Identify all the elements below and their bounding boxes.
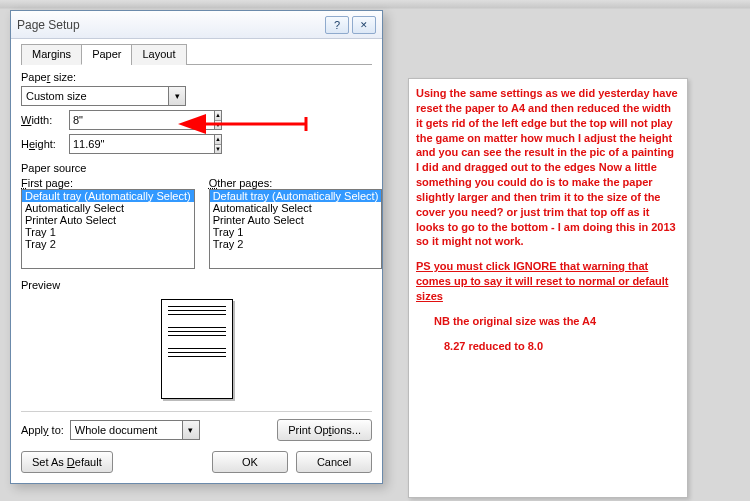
height-spin-buttons[interactable]: ▲▼: [215, 134, 222, 154]
list-item[interactable]: Automatically Select: [210, 202, 382, 214]
print-options-button[interactable]: Print Options...: [277, 419, 372, 441]
list-item[interactable]: Tray 1: [22, 226, 194, 238]
tab-margins[interactable]: Margins: [21, 44, 82, 65]
paper-size-combo[interactable]: Custom size: [21, 86, 186, 106]
width-input[interactable]: [69, 110, 215, 130]
paper-size-label: Paper size:: [21, 71, 372, 83]
tab-strip: Margins Paper Layout: [21, 43, 372, 65]
width-spinner[interactable]: ▲▼: [69, 110, 164, 130]
other-pages-label: Other pages:: [209, 177, 383, 189]
list-item[interactable]: Default tray (Automatically Select): [210, 190, 382, 202]
apply-to-label: Apply to:: [21, 424, 64, 436]
paper-source-label: Paper source: [21, 162, 372, 174]
chevron-down-icon[interactable]: [169, 86, 186, 106]
note-nb1: NB the original size was the A4: [416, 314, 680, 329]
chevron-down-icon[interactable]: [183, 420, 200, 440]
list-item[interactable]: Automatically Select: [22, 202, 194, 214]
tab-layout[interactable]: Layout: [131, 44, 186, 65]
page-setup-dialog: Page Setup Margins Paper Layout Paper si…: [10, 10, 383, 484]
note-body: Using the same settings as we did yester…: [416, 86, 680, 249]
first-page-label: First page:: [21, 177, 195, 189]
height-input[interactable]: [69, 134, 215, 154]
other-pages-listbox[interactable]: Default tray (Automatically Select) Auto…: [209, 189, 383, 269]
cancel-button[interactable]: Cancel: [296, 451, 372, 473]
close-button[interactable]: [352, 16, 376, 34]
apply-to-select[interactable]: Whole document: [70, 420, 183, 440]
set-as-default-button[interactable]: Set As Default: [21, 451, 113, 473]
preview-label: Preview: [21, 279, 372, 291]
note-nb2: 8.27 reduced to 8.0: [416, 339, 680, 354]
width-label: Width:: [21, 114, 69, 126]
preview-area: [21, 294, 372, 404]
list-item[interactable]: Tray 2: [22, 238, 194, 250]
width-spin-buttons[interactable]: ▲▼: [215, 110, 222, 130]
titlebar[interactable]: Page Setup: [11, 11, 382, 39]
note-ps: PS you must click IGNORE that warning th…: [416, 259, 680, 304]
list-item[interactable]: Tray 2: [210, 238, 382, 250]
list-item[interactable]: Default tray (Automatically Select): [22, 190, 194, 202]
annotation-note: Using the same settings as we did yester…: [408, 78, 688, 498]
ok-button[interactable]: OK: [212, 451, 288, 473]
tab-paper[interactable]: Paper: [81, 44, 132, 65]
paper-size-select[interactable]: Custom size: [21, 86, 169, 106]
list-item[interactable]: Printer Auto Select: [22, 214, 194, 226]
page-preview-icon: [161, 299, 233, 399]
height-spinner[interactable]: ▲▼: [69, 134, 164, 154]
list-item[interactable]: Tray 1: [210, 226, 382, 238]
apply-to-combo[interactable]: Whole document: [70, 420, 200, 440]
height-label: Height:: [21, 138, 69, 150]
list-item[interactable]: Printer Auto Select: [210, 214, 382, 226]
first-page-listbox[interactable]: Default tray (Automatically Select) Auto…: [21, 189, 195, 269]
dialog-title: Page Setup: [17, 18, 322, 32]
help-button[interactable]: [325, 16, 349, 34]
